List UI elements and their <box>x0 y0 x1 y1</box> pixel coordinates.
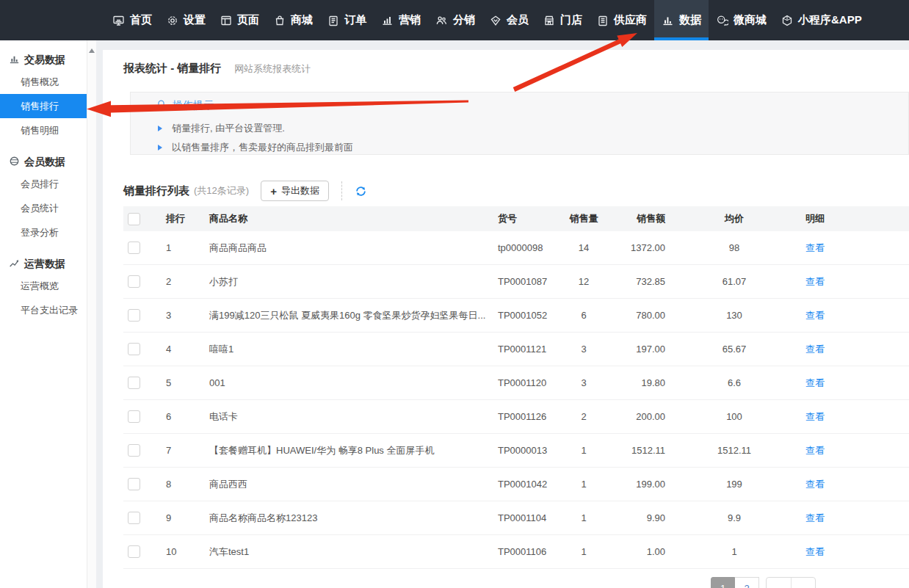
export-data-button[interactable]: + 导出数据 <box>261 181 329 201</box>
nav-item-miniapp[interactable]: 小程序&APP <box>774 0 869 40</box>
member-data-icon <box>9 156 20 169</box>
nav-label: 页面 <box>237 13 259 27</box>
pagination-nav-group: › » <box>766 577 816 588</box>
page-subtitle: 网站系统报表统计 <box>234 62 311 76</box>
nav-item-stores[interactable]: 门店 <box>536 0 590 40</box>
col-amount: 销售额 <box>609 206 670 231</box>
view-detail-link[interactable]: 查看 <box>805 479 825 490</box>
sidebar-item-sales-detail[interactable]: 销售明细 <box>0 118 87 142</box>
nav-label: 供应商 <box>614 13 647 27</box>
distribution-icon <box>435 15 448 26</box>
row-checkbox[interactable] <box>128 242 140 254</box>
nav-item-pages[interactable]: 页面 <box>213 0 267 40</box>
scroll-up-arrow-icon[interactable] <box>89 46 95 53</box>
col-name: 商品名称 <box>204 206 486 231</box>
row-checkbox[interactable] <box>128 377 140 389</box>
sidebar-item-platform-expense[interactable]: 平台支出记录 <box>0 298 87 322</box>
member-icon <box>490 15 501 26</box>
admin-report-page: { "navbar": { "items": [ {"label":"首页","… <box>0 0 909 588</box>
page-icon <box>220 15 232 26</box>
bullet-triangle-icon <box>158 126 165 131</box>
sidebar-section-header: 交易数据 <box>0 51 87 70</box>
tips-item: 以销售量排序，售卖最好的商品排到最前面 <box>158 141 908 154</box>
view-detail-link[interactable]: 查看 <box>805 445 825 456</box>
table-row: 1 商品商品商品 tp0000098 14 1372.00 98 查看 <box>123 231 909 265</box>
sidebar-item-sales-rank[interactable]: 销售排行 <box>0 94 87 118</box>
table-row: 7 【套餐赠耳机】HUAWEI/华为 畅享8 Plus 全面屏手机 TP0000… <box>123 434 909 468</box>
row-checkbox[interactable] <box>128 410 140 423</box>
view-detail-link[interactable]: 查看 <box>805 411 825 422</box>
row-checkbox[interactable] <box>128 343 140 355</box>
nav-item-data[interactable]: 数据 <box>654 0 709 40</box>
nav-item-orders[interactable]: 订单 <box>320 0 374 40</box>
page-header: 报表统计 - 销量排行 网站系统报表统计 <box>123 62 311 76</box>
row-checkbox[interactable] <box>128 512 140 524</box>
nav-item-suppliers[interactable]: 供应商 <box>590 0 654 40</box>
row-checkbox[interactable] <box>128 275 140 288</box>
view-detail-link[interactable]: 查看 <box>805 546 825 557</box>
view-detail-link[interactable]: 查看 <box>805 344 825 355</box>
nav-item-members[interactable]: 会员 <box>482 0 536 40</box>
dashed-divider <box>341 181 342 200</box>
view-detail-link[interactable]: 查看 <box>805 310 825 321</box>
row-checkbox[interactable] <box>128 478 140 490</box>
sidebar-section-trade-data: 交易数据 销售概况 销售排行 销售明细 <box>0 51 87 142</box>
miniapp-icon <box>781 15 793 26</box>
table-row: 3 满199减120三只松鼠 夏威夷果160g 零食坚果炒货孕妇坚果每日... … <box>123 299 909 333</box>
store-icon <box>543 15 555 26</box>
pagination-page-2[interactable]: 2 <box>735 577 759 588</box>
sidebar-item-operation-overview[interactable]: 运营概览 <box>0 274 87 298</box>
settings-icon <box>167 15 178 26</box>
wechat-mall-icon <box>716 15 728 26</box>
sidebar-item-login-analysis[interactable]: 登录分析 <box>0 220 87 244</box>
operation-data-icon <box>9 258 20 271</box>
sidebar-item-member-rank[interactable]: 会员排行 <box>0 172 87 196</box>
nav-item-mall[interactable]: 商城 <box>267 0 320 40</box>
marketing-icon <box>381 15 394 26</box>
tips-item: 销量排行, 由平台设置管理. <box>158 122 908 135</box>
mall-icon <box>274 15 286 26</box>
pagination-page-1[interactable]: 1 <box>711 577 735 588</box>
home-icon <box>112 15 125 26</box>
pagination-next-icon[interactable]: › <box>767 578 791 588</box>
view-detail-link[interactable]: 查看 <box>805 377 825 388</box>
nav-label: 订单 <box>344 13 366 27</box>
sidebar-scrollbar[interactable] <box>87 40 96 588</box>
view-detail-link[interactable]: 查看 <box>805 242 825 253</box>
list-record-count: (共12条记录) <box>194 184 249 197</box>
bullet-triangle-icon <box>158 145 165 150</box>
nav-item-distribution[interactable]: 分销 <box>428 0 482 40</box>
top-navbar: 首页 设置 页面 商城 订单 营销 分销 会员 门店 供应商 数据 微 <box>0 0 909 40</box>
order-icon <box>327 15 339 26</box>
nav-item-marketing[interactable]: 营销 <box>374 0 428 40</box>
nav-label: 分销 <box>453 13 475 27</box>
sidebar-section-header: 会员数据 <box>0 153 87 172</box>
nav-item-wechat-mall[interactable]: 微商城 <box>709 0 774 40</box>
pagination-last-icon[interactable]: » <box>791 578 815 588</box>
table-header-row: 排行 商品名称 货号 销售量 销售额 均价 明细 <box>123 206 909 231</box>
row-checkbox[interactable] <box>128 444 140 457</box>
sidebar-section-operation-data: 运营数据 运营概览 平台支出记录 <box>0 255 87 322</box>
table-row: 10 汽车test1 TP0001106 1 1.00 1 查看 <box>123 535 909 569</box>
col-detail: 明细 <box>799 206 909 231</box>
pagination: 1 2 › » <box>711 577 816 588</box>
select-all-checkbox[interactable] <box>128 213 140 225</box>
plus-icon: + <box>270 186 277 197</box>
table-row: 4 嘻嘻1 TP0001121 3 197.00 65.67 查看 <box>123 333 909 366</box>
nav-label: 微商城 <box>734 13 767 27</box>
nav-label: 数据 <box>679 13 701 27</box>
refresh-icon[interactable] <box>355 185 367 197</box>
nav-item-home[interactable]: 首页 <box>105 0 159 40</box>
col-sales: 销售量 <box>558 206 609 231</box>
page-title: 报表统计 - 销量排行 <box>123 62 221 76</box>
tips-bell-icon <box>156 99 167 112</box>
data-icon <box>662 15 674 26</box>
row-checkbox[interactable] <box>128 545 140 558</box>
sidebar-item-sales-overview[interactable]: 销售概况 <box>0 70 87 94</box>
col-avg: 均价 <box>670 206 799 231</box>
nav-item-settings[interactable]: 设置 <box>159 0 213 40</box>
view-detail-link[interactable]: 查看 <box>805 276 825 287</box>
view-detail-link[interactable]: 查看 <box>805 512 825 523</box>
row-checkbox[interactable] <box>128 309 140 322</box>
sidebar-item-member-stats[interactable]: 会员统计 <box>0 196 87 220</box>
